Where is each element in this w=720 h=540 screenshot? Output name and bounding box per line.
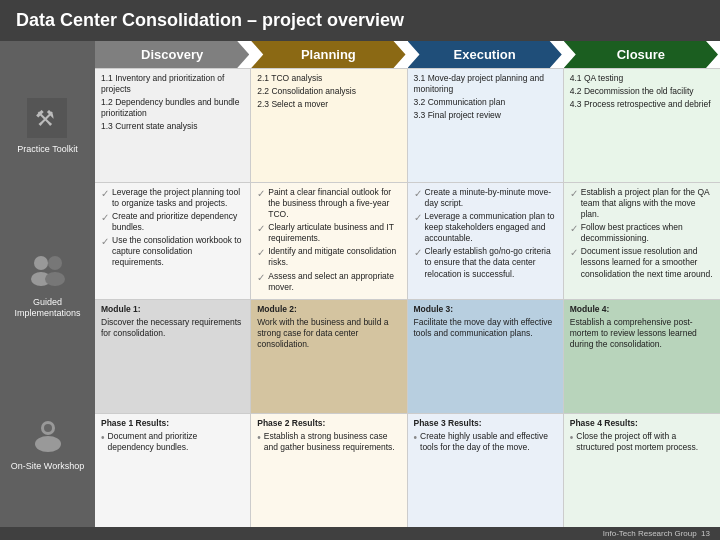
tk-d1: ✓Leverage the project planning tool to o… [101,187,244,209]
bullet-icon: ✓ [101,211,109,224]
sidebar-toolkit: ⚒ Practice Toolkit [17,96,77,155]
del-c1: 4.1 QA testing [570,73,714,84]
footer-page: 13 [701,529,710,538]
del-p3: 2.3 Select a mover [257,99,400,110]
bullet-dot-icon: • [257,431,261,444]
bullet-icon: ✓ [414,211,422,224]
deliverables-closure: 4.1 QA testing 4.2 Decommission the old … [564,69,720,182]
module-e-desc: Facilitate the move day with effective t… [414,317,557,339]
results-e1: •Create highly usable and effective tool… [414,431,557,453]
phase-header-row: Discovery Planning Execution Closure [95,41,720,68]
del-e3: 3.3 Final project review [414,110,557,121]
results-e-title: Phase 3 Results: [414,418,557,429]
footer-brand: Info-Tech Research Group [603,529,697,538]
module-c-desc: Establish a comprehensive post-mortem to… [570,317,714,350]
svg-point-8 [44,424,52,432]
tk-p1: ✓Paint a clear financial outlook for the… [257,187,400,220]
module-d-title: Module 1: [101,304,244,315]
phase-closure: Closure [564,41,718,68]
people-icon [26,249,70,293]
deliverables-discovery: 1.1 Inventory and prioritization of proj… [95,69,251,182]
tk-c1: ✓Establish a project plan for the QA tea… [570,187,714,220]
bullet-icon: ✓ [257,187,265,200]
page-title: Data Center Consolidation – project over… [16,10,404,30]
del-d2: 1.2 Dependency bundles and bundle priori… [101,97,244,119]
page-header: Data Center Consolidation – project over… [0,0,720,41]
svg-point-7 [35,436,61,452]
tk-e2: ✓Leverage a communication plan to keep s… [414,211,557,244]
svg-point-5 [45,272,65,286]
module-p-desc: Work with the business and build a stron… [257,317,400,350]
module-c-title: Module 4: [570,304,714,315]
svg-point-4 [48,256,62,270]
results-discovery: Phase 1 Results: •Document and prioritiz… [95,414,251,527]
results-c-title: Phase 4 Results: [570,418,714,429]
bullet-icon: ✓ [570,222,578,235]
tk-e1: ✓Create a minute-by-minute move-day scri… [414,187,557,209]
toolkit-planning: ✓Paint a clear financial outlook for the… [251,183,407,298]
del-e2: 3.2 Communication plan [414,97,557,108]
workshop-icon [26,413,70,457]
bullet-icon: ✓ [257,222,265,235]
sidebar-workshop-label: On-Site Workshop [11,461,84,472]
bullet-icon: ✓ [101,187,109,200]
tk-e3: ✓Clearly establish go/no-go criteria to … [414,246,557,279]
sidebar-guided-label: Guided Implementations [4,297,91,319]
footer: Info-Tech Research Group 13 [0,527,720,540]
del-d3: 1.3 Current state analysis [101,121,244,132]
del-p2: 2.2 Consolidation analysis [257,86,400,97]
bullet-icon: ✓ [570,187,578,200]
results-execution: Phase 3 Results: •Create highly usable a… [408,414,564,527]
module-planning: Module 2: Work with the business and bui… [251,300,407,413]
module-p-title: Module 2: [257,304,400,315]
results-closure: Phase 4 Results: •Close the project off … [564,414,720,527]
deliverables-row: 1.1 Inventory and prioritization of proj… [95,68,720,182]
results-d-title: Phase 1 Results: [101,418,244,429]
rows-container: 1.1 Inventory and prioritization of proj… [95,68,720,527]
bullet-icon: ✓ [257,271,265,284]
module-d-desc: Discover the necessary requirements for … [101,317,244,339]
sidebar-guided: Guided Implementations [4,249,91,319]
results-c1: •Close the project off with a structured… [570,431,714,453]
module-discovery: Module 1: Discover the necessary require… [95,300,251,413]
phase-discovery: Discovery [95,41,249,68]
del-c3: 4.3 Process retrospective and debrief [570,99,714,110]
results-p1: •Establish a strong business case and ga… [257,431,400,453]
page: Data Center Consolidation – project over… [0,0,720,540]
results-d1: •Document and prioritize dependency bund… [101,431,244,453]
module-row: Module 1: Discover the necessary require… [95,299,720,413]
tk-d3: ✓Use the consolidation workbook to captu… [101,235,244,268]
del-c2: 4.2 Decommission the old facility [570,86,714,97]
results-p-title: Phase 2 Results: [257,418,400,429]
results-row: Phase 1 Results: •Document and prioritiz… [95,413,720,527]
bullet-icon: ✓ [414,187,422,200]
svg-text:⚒: ⚒ [35,106,55,131]
toolkit-row: ✓Leverage the project planning tool to o… [95,182,720,298]
tk-p3: ✓Identify and mitigate consolidation ris… [257,246,400,268]
tk-p2: ✓Clearly articulate business and IT requ… [257,222,400,244]
bullet-dot-icon: • [570,431,574,444]
module-e-title: Module 3: [414,304,557,315]
phase-planning: Planning [251,41,405,68]
tk-d2: ✓Create and prioritize dependency bundle… [101,211,244,233]
bullet-dot-icon: • [414,431,418,444]
toolkit-closure: ✓Establish a project plan for the QA tea… [564,183,720,298]
phase-execution: Execution [408,41,562,68]
tk-c3: ✓Document issue resolution and lessons l… [570,246,714,279]
bullet-icon: ✓ [257,246,265,259]
module-execution: Module 3: Facilitate the move day with e… [408,300,564,413]
sidebar-toolkit-label: Practice Toolkit [17,144,77,155]
sidebar-workshop: On-Site Workshop [11,413,84,472]
bullet-dot-icon: • [101,431,105,444]
main-content: ⚒ Practice Toolkit Guided Implementation… [0,41,720,527]
del-d1: 1.1 Inventory and prioritization of proj… [101,73,244,95]
module-closure: Module 4: Establish a comprehensive post… [564,300,720,413]
del-p1: 2.1 TCO analysis [257,73,400,84]
svg-point-2 [34,256,48,270]
left-sidebar: ⚒ Practice Toolkit Guided Implementation… [0,41,95,527]
toolkit-execution: ✓Create a minute-by-minute move-day scri… [408,183,564,298]
del-e1: 3.1 Move-day project planning and monito… [414,73,557,95]
results-planning: Phase 2 Results: •Establish a strong bus… [251,414,407,527]
tk-p4: ✓Assess and select an appropriate mover. [257,271,400,293]
bullet-icon: ✓ [570,246,578,259]
